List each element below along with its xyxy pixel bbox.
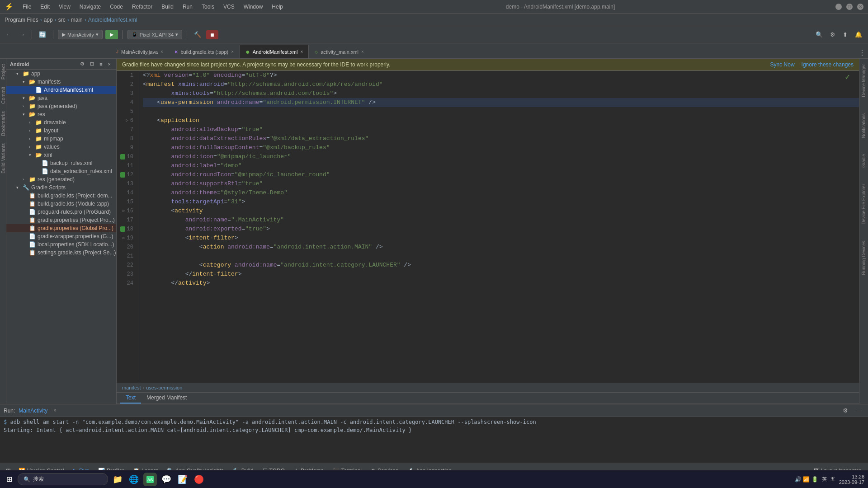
taskbar-android-studio-icon[interactable]: AS — [143, 473, 157, 486]
sidebar-item-xml[interactable]: ▾ 📂 xml — [6, 151, 116, 159]
code-content[interactable]: <?xml version="1.0" encoding="utf-8"?> <… — [139, 71, 859, 383]
taskbar-chrome-icon[interactable]: 🌐 — [127, 473, 141, 486]
maximize-button[interactable]: □ — [846, 4, 853, 10]
tab-androidmanifest[interactable]: ● AndroidManifest.xml × — [240, 45, 309, 58]
right-panel-device-manager[interactable]: Device Manager — [860, 61, 867, 101]
menu-navigate[interactable]: Navigate — [77, 3, 103, 11]
xml-icon-backup: 📄 — [42, 160, 48, 166]
device-dropdown-icon: ▾ — [175, 32, 178, 38]
tab-activity-main[interactable]: ◇ activity_main.xml × — [309, 45, 370, 58]
sidebar-item-drawable[interactable]: › 📁 drawable — [6, 118, 116, 127]
menu-window[interactable]: Window — [241, 3, 265, 11]
close-button[interactable]: ✕ — [857, 4, 863, 10]
sidebar-item-values[interactable]: › 📁 values — [6, 143, 116, 151]
right-panel-running-devices[interactable]: Running Devices — [860, 237, 867, 279]
menu-vcs[interactable]: VCS — [221, 3, 237, 11]
sidebar-item-local-properties[interactable]: 📄 local.properties (SDK Locatio...) — [6, 240, 116, 249]
menu-refactor[interactable]: Refactor — [130, 3, 155, 11]
run-button[interactable]: ▶ — [105, 30, 118, 39]
bottom-panel-minimize-icon[interactable]: — — [854, 406, 864, 415]
taskbar-notepad-icon[interactable]: 📝 — [176, 473, 189, 486]
sidebar-item-build-gradle-project[interactable]: 📋 build.gradle.kts (Project: dem... — [6, 192, 116, 200]
minimize-button[interactable]: — — [835, 4, 842, 10]
expand-arrow-gradle: ▾ — [16, 185, 23, 190]
editor-sub-tabs: Text Merged Manifest — [117, 393, 859, 404]
menu-build[interactable]: Build — [159, 3, 176, 11]
settings-button[interactable]: ⚙ — [828, 30, 838, 39]
sidebar-gear-icon[interactable]: ⚙ — [78, 61, 86, 67]
menu-file[interactable]: File — [20, 3, 33, 11]
tab-close-androidmanifest[interactable]: × — [300, 49, 303, 54]
sidebar-item-backup-rules[interactable]: 📄 backup_rules.xml — [6, 159, 116, 167]
sync-button[interactable]: 🔄 — [37, 30, 48, 39]
sidebar-close-icon[interactable]: × — [106, 61, 113, 67]
taskbar-file-explorer-icon[interactable]: 📁 — [111, 473, 124, 486]
sidebar-item-build-gradle-app[interactable]: 📋 build.gradle.kts (Module :app) — [6, 200, 116, 208]
tab-close-mainactivity-java[interactable]: × — [160, 49, 163, 54]
tab-mainactivity-java[interactable]: J MainActivity.java × — [110, 45, 169, 58]
right-panel-notifications[interactable]: Notifications — [860, 110, 867, 141]
sidebar-item-gradle-scripts[interactable]: ▾ 🔧 Gradle Scripts — [6, 183, 116, 192]
sidebar-item-gradle-wrapper[interactable]: 📄 gradle-wrapper.properties (G...) — [6, 232, 116, 240]
taskbar-search[interactable]: 🔍 搜索 — [18, 473, 108, 485]
menu-tools[interactable]: Tools — [199, 3, 217, 11]
ignore-changes-link[interactable]: Ignore these changes — [802, 61, 854, 68]
notifications-button[interactable]: 🔔 — [853, 30, 864, 39]
taskbar-app-icon-6[interactable]: 🔴 — [192, 473, 206, 486]
sidebar-item-layout[interactable]: › 📁 layout — [6, 127, 116, 135]
sidebar-filter-icon[interactable]: ⊞ — [88, 61, 96, 67]
left-panel-commit[interactable]: Commit — [0, 83, 7, 108]
code-editor[interactable]: 1 2 3 4 5 ▷6 7 8 9 10 11 12 13 14 15 ▷16 — [117, 71, 859, 383]
sidebar-item-manifests[interactable]: ▾ 📂 manifests — [6, 78, 116, 86]
sidebar-item-app[interactable]: ▾ 📁 app — [6, 70, 116, 78]
right-panel-gradle[interactable]: Gradle — [860, 150, 867, 171]
bottom-panel-settings-icon[interactable]: ⚙ — [840, 406, 850, 415]
tab-build-gradle[interactable]: K build.gradle.kts (:app) × — [169, 45, 240, 58]
tab-close-build-gradle[interactable]: × — [231, 49, 234, 54]
sidebar-item-java[interactable]: ▾ 📂 java — [6, 94, 116, 102]
sidebar-item-data-extraction[interactable]: 📄 data_extraction_rules.xml — [6, 167, 116, 175]
menu-edit[interactable]: Edit — [38, 3, 52, 11]
sidebar-item-java-generated[interactable]: › 📁 java (generated) — [6, 102, 116, 110]
back-button[interactable]: ← — [4, 30, 14, 39]
sidebar-item-gradle-props-project[interactable]: 📋 gradle.properties (Project Pro...) — [6, 216, 116, 224]
forward-button[interactable]: → — [17, 30, 27, 39]
menu-code[interactable]: Code — [108, 3, 125, 11]
sidebar-item-androidmanifest[interactable]: 📄 AndroidManifest.xml — [6, 86, 116, 94]
tab-close-activity-main[interactable]: × — [361, 49, 364, 54]
left-panel-build-variants[interactable]: Build Variants — [0, 140, 7, 177]
run-config-selector[interactable]: ▶ MainActivity ▾ — [58, 30, 103, 39]
device-selector[interactable]: 📱 Pixel XL API 34 ▾ — [127, 30, 182, 39]
build-button[interactable]: 🔨 — [192, 30, 203, 39]
menu-view[interactable]: View — [57, 3, 73, 11]
left-panel-project[interactable]: Project — [0, 61, 7, 83]
start-button[interactable]: ⊞ — [4, 473, 15, 485]
stop-button[interactable]: ⏹ — [206, 30, 218, 39]
sidebar-item-res-generated[interactable]: › 📁 res (generated) — [6, 175, 116, 183]
search-everywhere-button[interactable]: 🔍 — [813, 30, 825, 39]
sidebar-collapse-icon[interactable]: ≡ — [98, 61, 104, 67]
breadcrumb-manifest[interactable]: manifest — [122, 385, 141, 390]
breadcrumb-uses-permission[interactable]: uses-permission — [146, 385, 182, 390]
breadcrumb-item-3[interactable]: main — [71, 17, 83, 23]
sub-tab-text[interactable]: Text — [120, 393, 141, 404]
sidebar-item-proguard[interactable]: 📄 proguard-rules.pro (ProGuard) — [6, 208, 116, 216]
breadcrumb-item-4[interactable]: AndroidManifest.xml — [88, 17, 137, 23]
git-button[interactable]: ⬆ — [840, 30, 850, 39]
sidebar-item-mipmap[interactable]: › 📁 mipmap — [6, 135, 116, 143]
menu-help[interactable]: Help — [269, 3, 285, 11]
sidebar-item-gradle-props-global[interactable]: 📋 gradle.properties (Global Pro...) — [6, 224, 116, 232]
left-panel-bookmarks[interactable]: Bookmarks — [0, 108, 7, 140]
right-panel-device-explorer[interactable]: Device File Explorer — [860, 180, 867, 228]
taskbar-wechat-icon[interactable]: 💬 — [160, 473, 173, 486]
run-close-tab-button[interactable]: × — [51, 407, 58, 414]
breadcrumb-item-1[interactable]: app — [44, 17, 53, 23]
sync-now-link[interactable]: Sync Now — [770, 61, 795, 68]
sub-tab-merged[interactable]: Merged Manifest — [141, 393, 192, 404]
sidebar-item-res[interactable]: ▾ 📂 res — [6, 110, 116, 118]
breadcrumb-item-0[interactable]: Program Files — [5, 17, 38, 23]
breadcrumb-item-2[interactable]: src — [58, 17, 66, 23]
editor-overflow-button[interactable]: ⋮ — [856, 47, 868, 58]
sidebar-item-settings-gradle[interactable]: 📋 settings.gradle.kts (Project Se...) — [6, 249, 116, 257]
menu-run[interactable]: Run — [180, 3, 195, 11]
